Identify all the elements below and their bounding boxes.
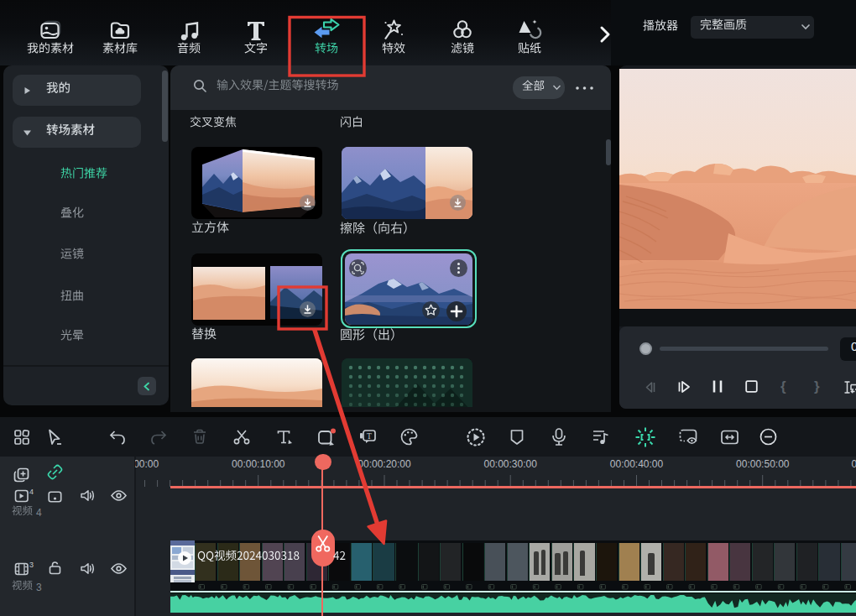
svg-text:3: 3 <box>29 561 34 569</box>
svg-text:4: 4 <box>29 488 34 496</box>
svg-text:T: T <box>367 431 372 440</box>
